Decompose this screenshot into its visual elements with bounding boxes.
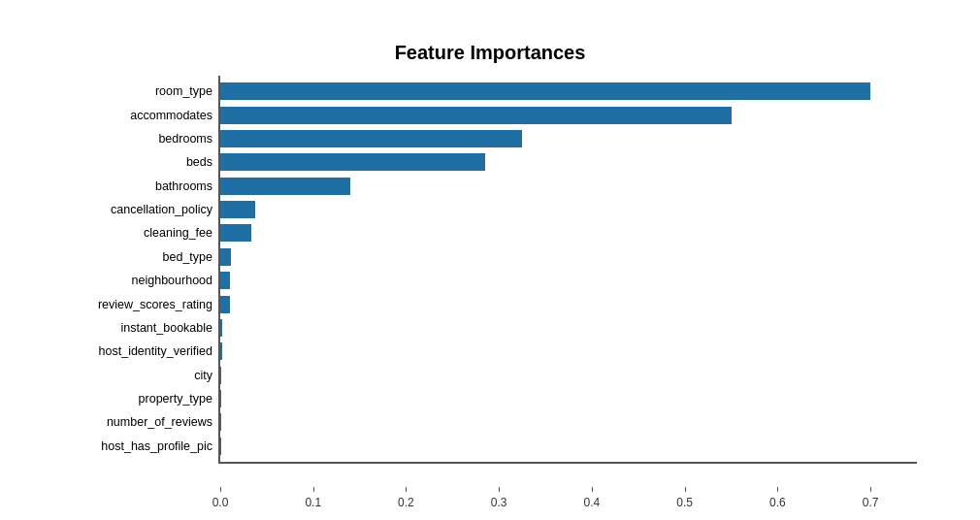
bar bbox=[220, 178, 350, 195]
bar bbox=[220, 390, 221, 407]
bar-row: host_has_profile_pic bbox=[220, 436, 917, 457]
x-tick: 0.0 bbox=[220, 491, 237, 509]
bar bbox=[220, 201, 255, 218]
x-tick: 0.3 bbox=[499, 491, 515, 509]
bar-label: bedrooms bbox=[158, 132, 212, 146]
bar-row: room_type bbox=[220, 81, 917, 102]
bar bbox=[220, 82, 870, 100]
x-tick: 0.6 bbox=[777, 491, 794, 509]
bar-row: property_type bbox=[220, 388, 917, 409]
x-tick-label: 0.5 bbox=[676, 491, 693, 509]
x-tick: 0.7 bbox=[870, 491, 887, 509]
bar bbox=[220, 342, 222, 360]
bar bbox=[220, 224, 251, 242]
bar-label: cancellation_policy bbox=[111, 203, 212, 216]
bar-label: beds bbox=[186, 155, 212, 169]
bar bbox=[220, 153, 485, 171]
x-tick: 0.5 bbox=[685, 491, 702, 509]
bar-label: neighbourhood bbox=[132, 274, 212, 287]
bar-label: review_scores_rating bbox=[98, 298, 212, 311]
bar-row: bed_type bbox=[220, 246, 917, 268]
bar-row: instant_bookable bbox=[220, 317, 917, 339]
chart-area: room_typeaccommodatesbedroomsbedsbathroo… bbox=[218, 76, 917, 464]
bar-row: cancellation_policy bbox=[220, 199, 917, 220]
chart-title: Feature Importances bbox=[63, 42, 917, 64]
bar-label: bed_type bbox=[163, 250, 212, 264]
x-tick: 0.2 bbox=[406, 491, 422, 509]
bar-row: review_scores_rating bbox=[220, 294, 917, 315]
bar bbox=[220, 272, 230, 289]
bar-label: instant_bookable bbox=[120, 321, 212, 335]
x-tick-label: 0.1 bbox=[305, 491, 321, 509]
x-tick-label: 0.6 bbox=[769, 491, 786, 509]
bar bbox=[220, 438, 221, 455]
bar-label: bathrooms bbox=[155, 179, 212, 193]
bar-label: property_type bbox=[139, 392, 212, 406]
x-tick-label: 0.7 bbox=[863, 491, 879, 509]
bar-row: host_identity_verified bbox=[220, 341, 917, 362]
bar bbox=[220, 367, 221, 384]
bar-label: host_identity_verified bbox=[99, 344, 212, 358]
bar-row: city bbox=[220, 365, 917, 386]
bar-row: beds bbox=[220, 151, 917, 173]
bar-label: host_has_profile_pic bbox=[101, 439, 212, 453]
bar-row: bedrooms bbox=[220, 128, 917, 149]
bar bbox=[220, 130, 522, 147]
bar bbox=[220, 319, 222, 337]
bar bbox=[220, 248, 231, 266]
bar-row: number_of_reviews bbox=[220, 411, 917, 433]
bar bbox=[220, 413, 221, 431]
x-tick-label: 0.0 bbox=[212, 491, 229, 509]
bar-label: room_type bbox=[155, 84, 212, 98]
bar-label: accommodates bbox=[130, 109, 212, 122]
x-tick-label: 0.4 bbox=[584, 491, 601, 509]
bar-row: bathrooms bbox=[220, 176, 917, 197]
x-tick: 0.4 bbox=[592, 491, 608, 509]
bar-row: neighbourhood bbox=[220, 270, 917, 291]
x-tick-label: 0.2 bbox=[398, 491, 414, 509]
bar bbox=[220, 296, 230, 313]
bar-label: cleaning_fee bbox=[144, 226, 212, 240]
bar-row: accommodates bbox=[220, 105, 917, 126]
bar-row: cleaning_fee bbox=[220, 222, 917, 244]
x-tick-label: 0.3 bbox=[491, 491, 507, 509]
bar bbox=[220, 107, 732, 124]
bars-wrapper: room_typeaccommodatesbedroomsbedsbathroo… bbox=[220, 76, 917, 462]
chart-container: Feature Importances room_typeaccommodate… bbox=[24, 13, 956, 507]
bar-label: number_of_reviews bbox=[107, 415, 212, 429]
bar-label: city bbox=[194, 369, 212, 382]
x-tick: 0.1 bbox=[313, 491, 330, 509]
